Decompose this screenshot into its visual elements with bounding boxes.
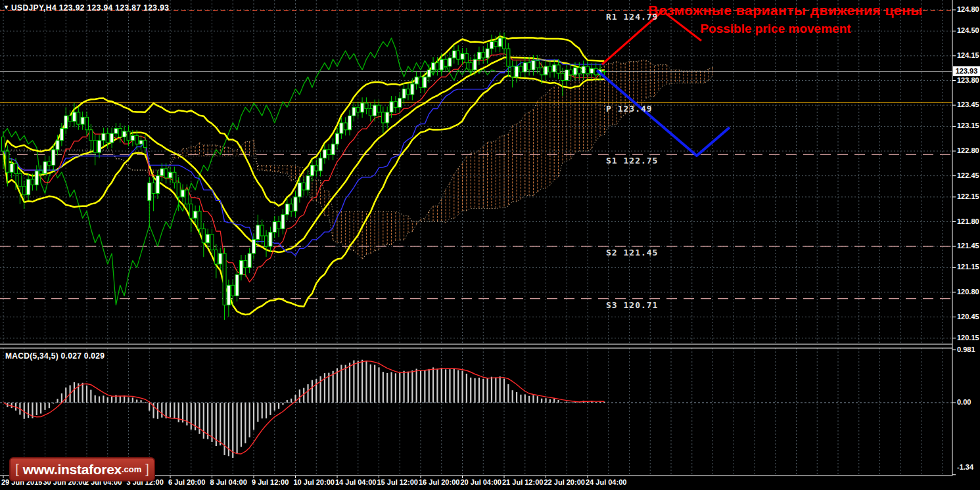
time-tick-label: 16 Jul 20:00	[419, 478, 459, 486]
macd-tick-label: 0.981	[957, 345, 975, 353]
price-tick-label: 120.45	[957, 313, 979, 321]
price-tick-label: 123.80	[957, 76, 979, 84]
price-tick-label: 122.80	[957, 146, 979, 154]
price-tick-label: 120.15	[957, 334, 979, 342]
price-tick-label: 121.80	[957, 217, 979, 225]
price-tick-label: 124.50	[957, 26, 979, 34]
annotation-text-en: Possible price movement	[684, 22, 868, 36]
time-tick-label: 10 Jul 20:00	[294, 478, 335, 486]
pivot-label-s1: S1 122.75	[606, 156, 658, 166]
time-tick-label: 14 Jul 04:00	[335, 478, 376, 486]
time-tick-label: 9 Jul 12:00	[252, 478, 289, 486]
logo-text: www.instaforex	[23, 462, 122, 478]
time-tick-label: 8 Jul 04:00	[210, 478, 247, 486]
chart-window: ▼ USDJPY,H4 123.92 123.94 123.87 123.93 …	[0, 0, 980, 490]
time-tick-label: 24 Jul 04:00	[586, 478, 626, 486]
price-tick-label: 122.15	[957, 192, 979, 200]
current-price-box: 123.93	[953, 66, 980, 76]
price-tick-label: 120.80	[957, 288, 979, 296]
price-tick-label: 124.15	[957, 51, 979, 59]
price-tick-label: 121.15	[957, 263, 979, 271]
pivot-label-p: P 123.49	[606, 104, 653, 114]
pivot-label-s2: S2 121.45	[606, 248, 658, 257]
pivot-label-s3: S3 120.71	[606, 300, 658, 310]
logo-bracket-right: ]	[141, 462, 153, 477]
time-tick-label: 6 Jul 20:00	[168, 478, 205, 486]
price-tick-label: 123.15	[957, 122, 979, 129]
instaforex-logo: [ www.instaforex .com ]	[9, 457, 155, 481]
macd-tick-label: 0.00	[957, 398, 971, 406]
macd-panel[interactable]	[0, 348, 952, 476]
annotation-text-ru: Возможные варианты движения цены	[646, 3, 925, 18]
pivot-label-r1: R1 124.79	[606, 12, 658, 22]
main-chart-panel[interactable]	[0, 0, 952, 344]
price-tick-label: 121.45	[957, 242, 979, 250]
logo-bracket-left: [	[11, 462, 23, 477]
macd-indicator-label: MACD(5,34,5) 0.027 0.029	[5, 351, 105, 361]
macd-tick-label: -1.34	[957, 463, 973, 471]
time-tick-label: 22 Jul 20:00	[544, 478, 585, 486]
time-tick-label: 20 Jul 04:00	[461, 478, 502, 486]
time-tick-label: 21 Jul 12:00	[502, 478, 543, 486]
price-tick-label: 123.45	[957, 100, 979, 108]
price-tick-label: 122.45	[957, 171, 979, 179]
price-tick-label: 124.80	[957, 5, 979, 13]
chart-title: USDJPY,H4 123.92 123.94 123.87 123.93	[11, 3, 169, 12]
logo-suffix: .com	[122, 464, 141, 474]
time-tick-label: 15 Jul 12:00	[377, 478, 418, 486]
symbol-dropdown-icon[interactable]: ▼	[3, 4, 9, 11]
